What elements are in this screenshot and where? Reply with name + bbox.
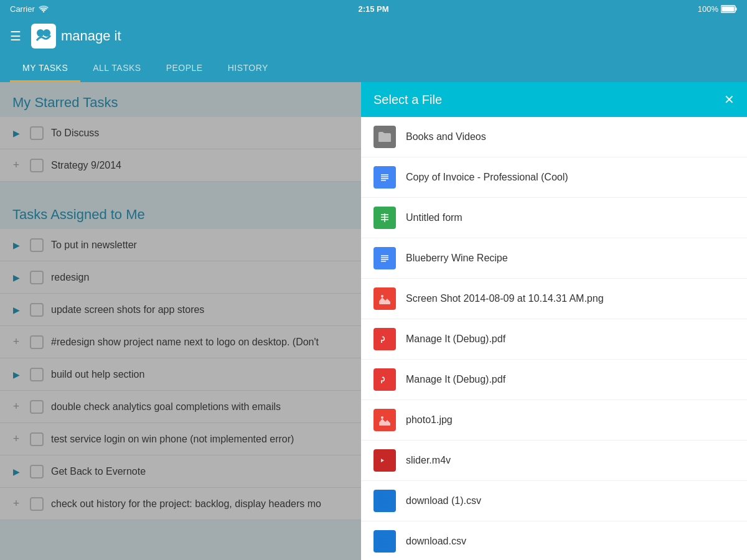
csv-svg	[378, 494, 391, 508]
file-item[interactable]: Manage It (Debug).pdf	[361, 319, 747, 360]
csv-icon	[374, 490, 396, 512]
folder-icon	[374, 126, 396, 148]
file-name: download (1).csv	[406, 495, 481, 506]
battery-text: 100%	[698, 4, 718, 14]
file-name: photo1.jpg	[406, 414, 453, 426]
svg-point-26	[381, 416, 383, 419]
carrier-text: Carrier	[10, 4, 35, 14]
tab-history[interactable]: HISTORY	[215, 55, 281, 82]
file-picker-close-button[interactable]: ✕	[724, 92, 735, 107]
file-name: Untitled form	[406, 212, 463, 223]
app-header: ☰ manage it	[0, 17, 747, 55]
file-name: Blueberry Wine Recipe	[406, 253, 508, 264]
battery-icon	[721, 5, 737, 13]
file-list: Books and Videos Copy of Invoice - Prof	[361, 117, 747, 560]
hamburger-icon[interactable]: ☰	[10, 29, 21, 44]
file-item[interactable]: Copy of Invoice - Professional (Cool)	[361, 157, 747, 198]
video-icon	[374, 449, 396, 472]
pdf-svg	[378, 373, 391, 386]
image-icon	[374, 409, 396, 431]
app-title: manage it	[61, 28, 121, 44]
status-bar-right: 100%	[698, 4, 737, 14]
file-item[interactable]: Untitled form	[361, 198, 747, 238]
file-name: download.csv	[406, 536, 466, 547]
file-name: Manage It (Debug).pdf	[406, 334, 505, 345]
svg-rect-16	[379, 252, 390, 264]
file-name: Manage It (Debug).pdf	[406, 374, 505, 385]
doc-icon	[374, 166, 396, 189]
video-svg	[378, 455, 392, 466]
image-svg	[378, 292, 391, 305]
file-picker-header: Select a File ✕	[361, 82, 747, 117]
csv-icon	[374, 530, 396, 553]
pdf-icon	[374, 368, 396, 391]
status-bar-time: 2:15 PM	[358, 4, 388, 14]
file-item[interactable]: Blueberry Wine Recipe	[361, 238, 747, 279]
wifi-icon	[39, 5, 49, 12]
content-area: My Starred Tasks ▶ To Discuss + Strategy…	[0, 82, 747, 560]
svg-point-22	[381, 295, 383, 297]
tab-all-tasks[interactable]: ALL TASKS	[80, 55, 153, 82]
sheet-svg	[378, 211, 391, 225]
file-name: Books and Videos	[406, 131, 486, 142]
csv-svg	[378, 534, 391, 548]
tab-people[interactable]: PEOPLE	[154, 55, 215, 82]
logo-area: manage it	[31, 24, 121, 49]
file-item[interactable]: Screen Shot 2014-08-09 at 10.14.31 AM.pn…	[361, 279, 747, 319]
file-picker-panel: Select a File ✕ Books and Videos	[361, 82, 747, 560]
svg-rect-6	[379, 171, 390, 184]
app-logo	[31, 24, 56, 49]
logo-svg	[34, 27, 53, 45]
file-item[interactable]: download (1).csv	[361, 481, 747, 521]
image-icon	[374, 287, 396, 310]
status-bar-left: Carrier	[10, 4, 49, 14]
pdf-icon	[374, 328, 396, 350]
file-item[interactable]: Manage It (Debug).pdf	[361, 360, 747, 400]
file-picker-title: Select a File	[374, 93, 442, 107]
doc-svg	[378, 251, 391, 265]
file-item[interactable]: slider.m4v	[361, 441, 747, 481]
sheet-icon	[374, 207, 396, 229]
file-name: Copy of Invoice - Professional (Cool)	[406, 172, 568, 183]
pdf-svg	[378, 332, 391, 346]
file-name: slider.m4v	[406, 455, 451, 466]
doc-icon	[374, 247, 396, 269]
tab-my-tasks[interactable]: MY TASKS	[10, 55, 80, 82]
svg-rect-3	[722, 6, 735, 11]
svg-marker-28	[387, 458, 391, 463]
image-svg	[378, 414, 391, 426]
file-item[interactable]: download.csv	[361, 521, 747, 560]
nav-tabs: MY TASKS ALL TASKS PEOPLE HISTORY	[0, 55, 747, 82]
doc-svg	[378, 170, 391, 184]
file-item[interactable]: Books and Videos	[361, 117, 747, 157]
svg-point-0	[43, 11, 44, 12]
svg-rect-2	[736, 7, 737, 11]
file-item[interactable]: photo1.jpg	[361, 400, 747, 441]
status-bar: Carrier 2:15 PM 100%	[0, 0, 747, 17]
file-name: Screen Shot 2014-08-09 at 10.14.31 AM.pn…	[406, 293, 604, 304]
app-container: ☰ manage it MY TASKS ALL TASKS PEOPLE HI…	[0, 17, 747, 560]
folder-svg	[378, 131, 392, 142]
